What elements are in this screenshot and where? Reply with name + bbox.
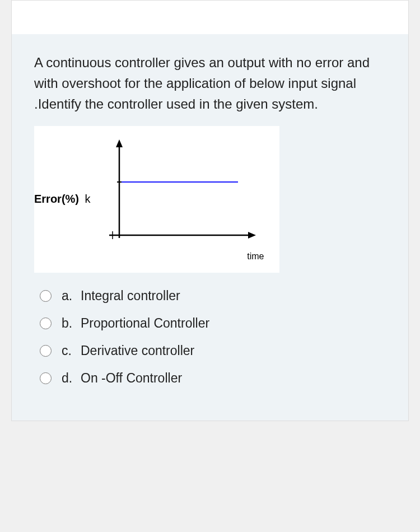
- radio-b[interactable]: [40, 318, 52, 329]
- question-panel: A continuous controller gives an output …: [12, 34, 408, 421]
- option-letter: a.: [62, 288, 81, 304]
- svg-marker-1: [116, 139, 123, 147]
- y-axis-label-block: Error(%) k: [34, 193, 92, 206]
- y-axis-label: Error(%): [34, 193, 79, 205]
- option-a[interactable]: a. Integral controller: [40, 288, 386, 304]
- option-letter: c.: [62, 343, 81, 358]
- option-b[interactable]: b. Proportional Controller: [40, 316, 386, 331]
- radio-d[interactable]: [40, 372, 52, 384]
- question-text: A continuous controller gives an output …: [34, 52, 386, 115]
- radio-a[interactable]: [40, 290, 52, 302]
- option-d[interactable]: d. On -Off Controller: [40, 371, 386, 386]
- option-label: Integral controller: [81, 288, 180, 304]
- option-letter: b.: [62, 316, 81, 331]
- option-letter: d.: [62, 371, 81, 386]
- options-list: a. Integral controller b. Proportional C…: [34, 288, 386, 386]
- option-label: Derivative controller: [81, 343, 194, 358]
- option-label: On -Off Controller: [81, 371, 182, 386]
- radio-c[interactable]: [40, 345, 52, 357]
- option-label: Proportional Controller: [81, 316, 209, 331]
- chart-container: Error(%) k: [34, 126, 279, 273]
- x-axis-label: time: [92, 251, 266, 262]
- question-card: A continuous controller gives an output …: [11, 0, 409, 421]
- option-c[interactable]: c. Derivative controller: [40, 343, 386, 358]
- chart-svg: [92, 137, 266, 255]
- y-tick-label: k: [85, 193, 90, 205]
- svg-marker-3: [248, 232, 256, 239]
